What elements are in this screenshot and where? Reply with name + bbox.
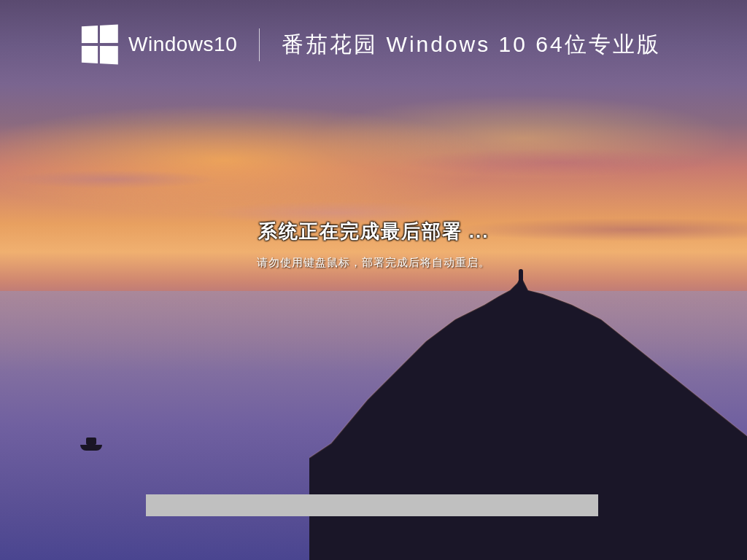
- header-divider: [259, 28, 260, 61]
- status-messages: 系统正在完成最后部署 ... 请勿使用键盘鼠标，部署完成后将自动重启。: [0, 219, 747, 270]
- progress-bar: [146, 494, 598, 516]
- header: Windows10 番茄花园 Windows 10 64位专业版: [80, 26, 703, 63]
- windows-logo-icon: [82, 25, 119, 65]
- windows-logo-block: Windows10: [80, 26, 237, 63]
- product-title: 番茄花园 Windows 10 64位专业版: [282, 30, 660, 60]
- boat-silhouette: [73, 436, 109, 451]
- sub-status-text: 请勿使用键盘鼠标，部署完成后将自动重启。: [0, 256, 747, 270]
- main-status-text: 系统正在完成最后部署 ...: [0, 219, 747, 244]
- svg-rect-0: [519, 272, 523, 283]
- os-name-label: Windows10: [128, 33, 237, 56]
